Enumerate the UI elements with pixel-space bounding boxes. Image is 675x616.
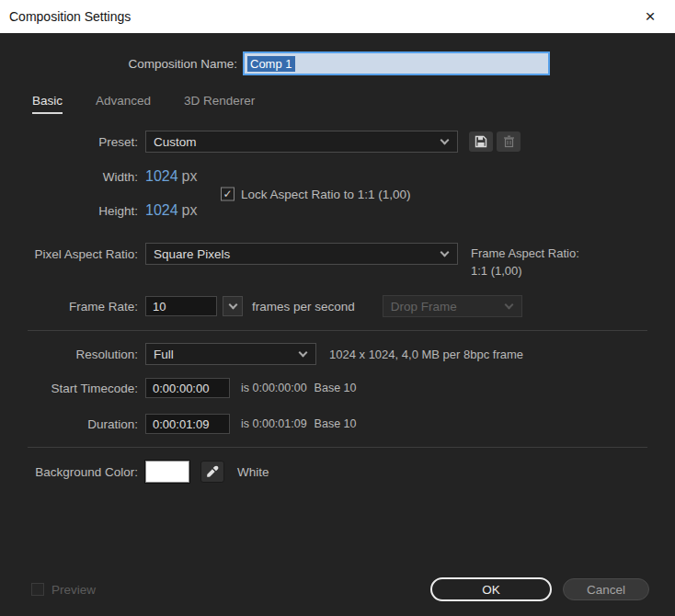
close-icon[interactable]: × [635,0,666,33]
width-row: Width: 1024 px [13,167,662,186]
preview-group: Preview [31,583,96,597]
background-color-swatch[interactable] [145,461,189,483]
duration-label: Duration: [13,417,138,431]
tab-advanced[interactable]: Advanced [96,94,151,114]
height-row: Height: 1024 px [13,201,662,220]
resolution-label: Resolution: [13,348,138,361]
duration-info: is 0:00:01:09 [241,417,307,430]
drop-frame-dropdown: Drop Frame [383,295,522,317]
titlebar: Composition Settings × [0,0,675,33]
pixel-aspect-ratio-value: Square Pixels [146,247,441,261]
pixel-aspect-ratio-row: Pixel Aspect Ratio: Square Pixels Frame … [13,236,662,271]
preview-checkbox[interactable] [31,583,44,596]
frame-aspect-ratio-label: Frame Aspect Ratio: [471,245,579,262]
divider [28,330,647,331]
frame-rate-suffix: frames per second [252,300,355,314]
drop-frame-value: Drop Frame [383,300,506,314]
eyedropper-button[interactable] [200,461,224,483]
preset-label: Preset: [13,135,138,149]
frame-rate-label: Frame Rate: [13,300,138,314]
duration-base: Base 10 [315,417,357,430]
resolution-dropdown[interactable]: Full [145,343,316,365]
save-preset-button[interactable] [469,131,493,152]
footer: Preview OK Cancel [13,577,662,601]
pixel-aspect-ratio-dropdown[interactable]: Square Pixels [145,243,458,265]
duration-row: Duration: 0:00:01:09 is 0:00:01:09 Base … [13,414,662,434]
tab-bar: Basic Advanced 3D Renderer [32,94,662,114]
divider [28,447,647,448]
composition-settings-dialog: Composition Settings × Composition Name:… [0,0,675,616]
dimensions-group: Width: 1024 px Height: 1024 px ✓ Lock As… [13,167,662,220]
background-color-name: White [237,465,269,479]
frame-rate-input[interactable]: 10 [145,296,217,316]
delete-preset-button[interactable] [497,131,521,152]
width-label: Width: [13,170,138,184]
composition-name-label: Composition Name: [13,57,237,71]
preset-value: Custom [146,135,441,149]
pixel-aspect-ratio-label: Pixel Aspect Ratio: [13,247,138,261]
background-color-label: Background Color: [13,465,138,479]
dialog-body: Composition Name: Comp 1 Basic Advanced … [0,33,675,616]
chevron-down-icon [228,301,237,310]
resolution-value: Full [146,348,300,361]
start-timecode-label: Start Timecode: [13,382,138,395]
frame-rate-dropdown-button[interactable] [223,296,243,316]
lock-aspect-ratio-checkbox[interactable]: ✓ [221,187,235,200]
chevron-down-icon [299,348,308,358]
preset-dropdown[interactable]: Custom [145,131,458,153]
tab-basic[interactable]: Basic [32,94,63,114]
tab-3d-renderer[interactable]: 3D Renderer [184,94,255,114]
preview-label: Preview [51,583,96,597]
start-timecode-base: Base 10 [315,382,357,394]
frame-rate-row: Frame Rate: 10 frames per second Drop Fr… [13,295,662,317]
start-timecode-input[interactable]: 0:00:00:00 [145,378,230,398]
chevron-down-icon [440,136,450,145]
chevron-down-icon [504,301,513,310]
cancel-button[interactable]: Cancel [563,578,649,600]
width-value[interactable]: 1024 [145,168,178,185]
composition-name-row: Composition Name: Comp 1 [13,51,662,75]
lock-aspect-ratio-group: ✓ Lock Aspect Ratio to 1:1 (1,00) [221,187,411,200]
chevron-down-icon [440,248,450,257]
start-timecode-row: Start Timecode: 0:00:00:00 is 0:00:00:00… [13,378,662,398]
width-unit: px [182,168,198,185]
trash-icon [503,135,515,148]
frame-aspect-ratio-value: 1:1 (1,00) [471,262,579,279]
resolution-row: Resolution: Full 1024 x 1024, 4,0 MB per… [13,343,662,365]
lock-aspect-ratio-label[interactable]: Lock Aspect Ratio to 1:1 (1,00) [241,187,411,200]
height-unit: px [182,202,198,219]
eyedropper-icon [206,465,219,478]
ok-button[interactable]: OK [430,577,552,601]
dialog-title: Composition Settings [9,9,131,24]
frame-aspect-ratio-info: Frame Aspect Ratio: 1:1 (1,00) [471,245,579,279]
save-icon [475,135,487,148]
height-value[interactable]: 1024 [145,202,178,219]
composition-name-input[interactable]: Comp 1 [243,51,550,75]
composition-name-value: Comp 1 [247,56,295,72]
duration-input[interactable]: 0:00:01:09 [145,414,230,434]
resolution-info: 1024 x 1024, 4,0 MB per 8bpc frame [329,348,523,361]
background-color-row: Background Color: White [13,460,662,484]
preset-row: Preset: Custom [13,131,662,153]
start-timecode-info: is 0:00:00:00 [241,382,307,394]
height-label: Height: [13,204,138,218]
